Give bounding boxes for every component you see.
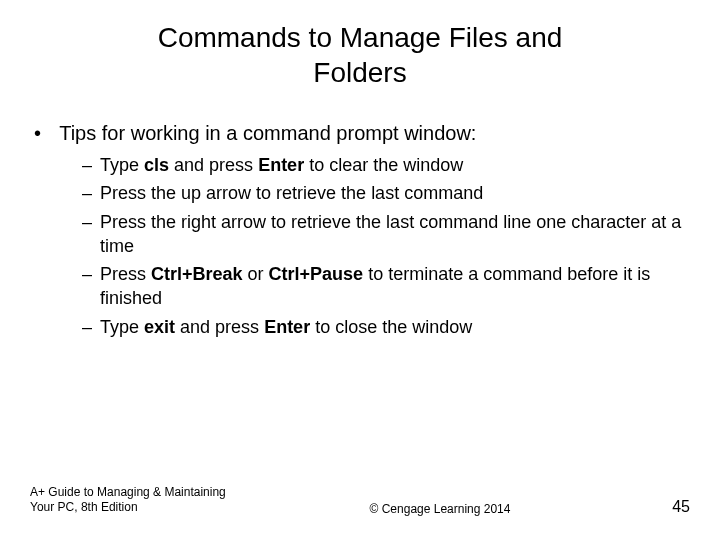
footer: A+ Guide to Managing & Maintaining Your …: [0, 485, 720, 516]
tip-4-seg-a: Press: [100, 264, 151, 284]
tip-4-seg-b: Ctrl+Break: [151, 264, 243, 284]
tip-1-seg-d: Enter: [258, 155, 304, 175]
tip-1-seg-a: Type: [100, 155, 144, 175]
tip-1-seg-e: to clear the window: [304, 155, 463, 175]
bullet-main: Tips for working in a command prompt win…: [38, 120, 690, 339]
tip-3-text: Press the right arrow to retrieve the la…: [100, 212, 681, 256]
tip-2-text: Press the up arrow to retrieve the last …: [100, 183, 483, 203]
title-line-2: Folders: [313, 57, 406, 88]
bullet-list: Tips for working in a command prompt win…: [30, 120, 690, 339]
tip-2: Press the up arrow to retrieve the last …: [82, 181, 690, 205]
slide-title: Commands to Manage Files and Folders: [0, 0, 720, 90]
slide: Commands to Manage Files and Folders Tip…: [0, 0, 720, 540]
tip-1-seg-b: cls: [144, 155, 169, 175]
title-line-1: Commands to Manage Files and: [158, 22, 563, 53]
tip-5-seg-b: exit: [144, 317, 175, 337]
bullet-main-text: Tips for working in a command prompt win…: [59, 122, 476, 144]
footer-center: © Cengage Learning 2014: [230, 502, 650, 516]
footer-left: A+ Guide to Managing & Maintaining Your …: [30, 485, 230, 516]
tip-1: Type cls and press Enter to clear the wi…: [82, 153, 690, 177]
tip-1-seg-c: and press: [169, 155, 258, 175]
tip-4: Press Ctrl+Break or Ctrl+Pause to termin…: [82, 262, 690, 311]
tip-5-seg-a: Type: [100, 317, 144, 337]
tip-4-seg-d: Ctrl+Pause: [269, 264, 364, 284]
tip-3: Press the right arrow to retrieve the la…: [82, 210, 690, 259]
sub-bullet-list: Type cls and press Enter to clear the wi…: [38, 153, 690, 339]
tip-4-seg-c: or: [243, 264, 269, 284]
page-number: 45: [650, 498, 690, 516]
slide-body: Tips for working in a command prompt win…: [0, 90, 720, 339]
tip-5-seg-e: to close the window: [310, 317, 472, 337]
tip-5-seg-d: Enter: [264, 317, 310, 337]
tip-5: Type exit and press Enter to close the w…: [82, 315, 690, 339]
tip-5-seg-c: and press: [175, 317, 264, 337]
